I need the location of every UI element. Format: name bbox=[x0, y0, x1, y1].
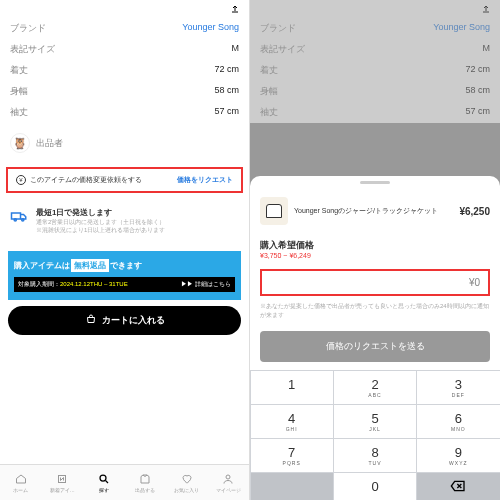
price-request-sheet: Younger Songのジャージ/トラックジャケット ¥6,250 購入希望価… bbox=[250, 176, 500, 500]
tab-fav[interactable]: お気に入り bbox=[166, 465, 208, 500]
seller-avatar: 🦉 bbox=[10, 133, 30, 153]
tab-bar: ホーム 新着アイ… 探す 出品する お気に入り マイページ bbox=[0, 464, 249, 500]
product-name: Younger Songのジャージ/トラックジャケット bbox=[294, 206, 453, 216]
key-backspace[interactable] bbox=[417, 473, 499, 500]
ship-sub1: 通常2営業日以内に発送します（土日祝を除く） bbox=[36, 218, 165, 226]
key-blank bbox=[251, 473, 333, 500]
ship-title: 最短1日で発送します bbox=[36, 207, 165, 218]
key-3[interactable]: 3DEF bbox=[417, 371, 499, 404]
length-value: 72 cm bbox=[214, 64, 239, 77]
share-icon[interactable] bbox=[229, 3, 241, 15]
brand-value[interactable]: Younger Song bbox=[182, 22, 239, 35]
tab-search[interactable]: 探す bbox=[83, 465, 125, 500]
seller-label: 出品者 bbox=[36, 137, 63, 150]
width-label: 身幅 bbox=[10, 85, 28, 98]
product-summary: Younger Songのジャージ/トラックジャケット ¥6,250 bbox=[250, 189, 500, 233]
key-8[interactable]: 8TUV bbox=[334, 439, 416, 472]
key-2[interactable]: 2ABC bbox=[334, 371, 416, 404]
add-to-cart-button[interactable]: カートに入れる bbox=[8, 306, 241, 335]
key-0[interactable]: 0 bbox=[334, 473, 416, 500]
price-request-link[interactable]: 価格をリクエスト bbox=[177, 175, 233, 185]
key-4[interactable]: 4GHI bbox=[251, 405, 333, 438]
product-thumbnail bbox=[260, 197, 288, 225]
price-request-row[interactable]: ¥このアイテムの価格変更依頼をする 価格をリクエスト bbox=[6, 167, 243, 193]
shipping-info: 最短1日で発送します通常2営業日以内に発送します（土日祝を除く）※混雑状況により… bbox=[0, 197, 249, 245]
key-9[interactable]: 9WXYZ bbox=[417, 439, 499, 472]
svg-point-4 bbox=[100, 475, 106, 481]
yen-icon: ¥ bbox=[16, 175, 26, 185]
return-banner[interactable]: 購入アイテムは無料返品できます 対象購入期間：2024.12.12THU – 3… bbox=[8, 251, 241, 300]
numeric-keypad: 1 2ABC 3DEF 4GHI 5JKL 6MNO 7PQRS 8TUV 9W… bbox=[250, 370, 500, 500]
send-request-button[interactable]: 価格のリクエストを送る bbox=[260, 331, 490, 362]
sheet-handle[interactable] bbox=[360, 181, 390, 184]
wish-price-range: ¥3,750 ~ ¥6,249 bbox=[260, 252, 314, 259]
product-price: ¥6,250 bbox=[459, 206, 490, 217]
brand-label: ブランド bbox=[10, 22, 46, 35]
ship-sub2: ※混雑状況により1日以上遅れる場合があります bbox=[36, 226, 165, 234]
cart-icon bbox=[85, 314, 97, 326]
key-7[interactable]: 7PQRS bbox=[251, 439, 333, 472]
truck-icon bbox=[10, 207, 28, 225]
tab-sell[interactable]: 出品する bbox=[125, 465, 167, 500]
tab-new[interactable]: 新着アイ… bbox=[42, 465, 84, 500]
wish-price-note: ※あなたが提案した価格で出品者が売っても良いと思った場合のみ24時間以内に通知が… bbox=[250, 298, 500, 323]
key-5[interactable]: 5JKL bbox=[334, 405, 416, 438]
key-1[interactable]: 1 bbox=[251, 371, 333, 404]
price-request-text: このアイテムの価格変更依頼をする bbox=[30, 175, 142, 185]
status-bar bbox=[0, 0, 249, 18]
width-value: 58 cm bbox=[214, 85, 239, 98]
size-value: M bbox=[232, 43, 240, 56]
size-label: 表記サイズ bbox=[10, 43, 55, 56]
share-icon bbox=[480, 3, 492, 15]
backspace-icon bbox=[450, 480, 466, 492]
wish-price-label: 購入希望価格 bbox=[260, 239, 314, 252]
tab-home[interactable]: ホーム bbox=[0, 465, 42, 500]
svg-point-5 bbox=[226, 475, 230, 479]
wish-price-input[interactable]: ¥0 bbox=[260, 269, 490, 296]
length-label: 着丈 bbox=[10, 64, 28, 77]
sleeve-label: 袖丈 bbox=[10, 106, 28, 119]
seller-row[interactable]: 🦉 出品者 bbox=[0, 123, 249, 163]
tab-mypage[interactable]: マイページ bbox=[208, 465, 250, 500]
key-6[interactable]: 6MNO bbox=[417, 405, 499, 438]
sleeve-value: 57 cm bbox=[214, 106, 239, 119]
